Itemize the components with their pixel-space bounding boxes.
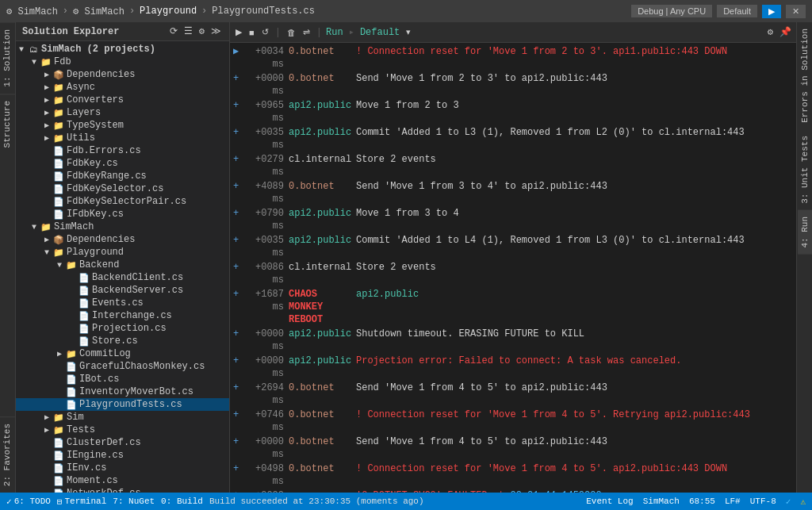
tree-item[interactable]: 📄PlaygroundTests.cs xyxy=(16,398,229,411)
toolbar-right-icons: ⚙ 📌 xyxy=(766,26,793,38)
status-build[interactable]: 0: Build xyxy=(161,497,203,506)
out-delta: +0000 ms xyxy=(243,328,289,353)
tree-label: Sim xyxy=(67,412,84,423)
tree-item[interactable]: ▼📁SimMach xyxy=(16,220,229,233)
config-dropdown-btn[interactable]: ▾ xyxy=(404,25,413,39)
tree-item[interactable]: ▶📁TypeSystem xyxy=(16,119,229,132)
tree-label: Playground xyxy=(67,247,124,258)
tab-run[interactable]: 4: Run xyxy=(798,210,812,255)
pin-icon[interactable]: 📌 xyxy=(778,26,793,38)
tree-item[interactable]: ▼📁Fdb xyxy=(16,56,229,68)
out-src: 0.botnet xyxy=(289,45,356,58)
out-src: 0.botnet xyxy=(289,435,356,448)
tree-label: GracefulChaosMonkey.cs xyxy=(79,361,205,372)
tree-label: SimMach xyxy=(54,221,94,232)
out-marker: + xyxy=(233,288,243,301)
settings-icon[interactable]: ⚙ xyxy=(197,25,206,37)
tree-item[interactable]: 📄BackendClient.cs xyxy=(16,271,229,284)
tab-unit-tests[interactable]: 3: Unit Tests xyxy=(798,129,812,210)
tree-item[interactable]: 📄GracefulChaosMonkey.cs xyxy=(16,360,229,373)
output-line: + +0965 ms api2.public Move 1 from 2 to … xyxy=(230,98,796,125)
tree-item[interactable]: 📄IFdbKey.cs xyxy=(16,208,229,220)
run-arrow-btn[interactable]: ▶ xyxy=(233,25,244,39)
out-marker: + xyxy=(233,126,243,139)
sync-icon[interactable]: ⟳ xyxy=(168,25,179,37)
tree-item[interactable]: ▼📁Playground xyxy=(16,246,229,259)
tree-item[interactable]: 📄NetworkDef.cs xyxy=(16,487,229,493)
close-button[interactable]: ✕ xyxy=(786,5,806,18)
output-line: ▶ +0034 ms 0.botnet ! Connection reset f… xyxy=(230,44,796,71)
tree-item[interactable]: 📄IBot.cs xyxy=(16,373,229,385)
tree-file-icon: 📄 xyxy=(65,387,78,397)
output-area[interactable]: ▶ +0034 ms 0.botnet ! Connection reset f… xyxy=(230,43,796,493)
status-terminal[interactable]: ⊟ Terminal xyxy=(57,497,106,507)
tree-item[interactable]: 📄Store.cs xyxy=(16,335,229,347)
tree-file-icon: 📄 xyxy=(65,400,78,410)
out-marker: + xyxy=(233,261,243,274)
stop-btn[interactable]: ■ xyxy=(247,26,257,39)
debug-config-button[interactable]: Debug | Any CPU xyxy=(631,5,712,17)
tree-item[interactable]: ▶📁Tests xyxy=(16,424,229,436)
tree-item[interactable]: 📄ClusterDef.cs xyxy=(16,436,229,449)
tree-item[interactable]: 📄Projection.cs xyxy=(16,322,229,335)
out-src: api2.public xyxy=(289,234,356,247)
tab-errors[interactable]: Errors in Solution xyxy=(798,22,812,129)
run-sep: ▸ xyxy=(349,26,354,38)
tree-item[interactable]: 📄Events.cs xyxy=(16,297,229,309)
tree-item[interactable]: ▶📁Utils xyxy=(16,132,229,144)
tree-item[interactable]: 📄FdbKeyRange.cs xyxy=(16,170,229,182)
tree-item[interactable]: ▼📁Backend xyxy=(16,259,229,271)
tree-item[interactable]: 📄InventoryMoverBot.cs xyxy=(16,385,229,398)
tree-arrow-icon: ▶ xyxy=(41,133,52,143)
out-src: cl.internal xyxy=(289,153,356,166)
tree-item[interactable]: 📄BackendServer.cs xyxy=(16,284,229,297)
tree-item[interactable]: ▶📁Sim xyxy=(16,411,229,424)
more-icon[interactable]: ≫ xyxy=(209,25,223,37)
tree-item[interactable]: ▶📁CommitLog xyxy=(16,347,229,360)
out-marker: + xyxy=(233,328,243,340)
tree-item[interactable]: ▼🗂SimMach (2 projects) xyxy=(16,43,229,56)
tree-file-icon: 📄 xyxy=(52,463,65,474)
tree-item[interactable]: 📄FdbKey.cs xyxy=(16,157,229,170)
out-src: 0.botnet xyxy=(289,462,356,475)
tree-item[interactable]: ▶📁Layers xyxy=(16,106,229,119)
sidebar-tab-solution[interactable]: 1: Solution xyxy=(0,22,15,94)
out-delta: +0790 ms xyxy=(243,207,289,232)
panel-header: Solution Explorer ⟳ ☰ ⚙ ≫ xyxy=(16,22,229,41)
tree-item[interactable]: 📄Moment.cs xyxy=(16,474,229,487)
restart-btn[interactable]: ↺ xyxy=(259,25,271,39)
out-marker: + xyxy=(233,99,243,112)
solution-panel: Solution Explorer ⟳ ☰ ⚙ ≫ ▼🗂SimMach (2 p… xyxy=(16,22,230,493)
run-button[interactable]: ▶ xyxy=(762,5,781,18)
tree-item[interactable]: ▶📁Async xyxy=(16,81,229,94)
tree-item[interactable]: 📄FdbKeySelectorPair.cs xyxy=(16,195,229,208)
status-todo[interactable]: ✓ 6: TODO xyxy=(6,497,51,507)
default-config-button[interactable]: Default xyxy=(717,5,757,17)
tree-label: Dependencies xyxy=(67,234,135,245)
tree-item[interactable]: 📄Fdb.Errors.cs xyxy=(16,144,229,157)
tree-item[interactable]: 📄Interchange.cs xyxy=(16,309,229,322)
output-line: + +0000 ms api2.public Projection error:… xyxy=(230,354,796,381)
settings2-icon[interactable]: ⚙ xyxy=(766,26,775,38)
tree-file-icon: 📁 xyxy=(40,57,52,67)
tree-file-icon: 📄 xyxy=(52,451,65,461)
clear-btn[interactable]: 🗑 xyxy=(285,26,298,39)
out-src: CHAOS MONKEY REBOOT xyxy=(289,288,356,326)
wrap-btn[interactable]: ⇌ xyxy=(301,25,312,39)
out-delta: +0000 ms xyxy=(243,72,289,98)
out-msg: ! Connection reset for 'Move 1 from 2 to… xyxy=(356,45,793,58)
tree-item[interactable]: ▶📁Converters xyxy=(16,94,229,106)
filter-icon[interactable]: ☰ xyxy=(182,25,194,37)
sidebar-tab-structure[interactable]: Structure xyxy=(0,94,15,154)
tree-item[interactable]: 📄FdbKeySelector.cs xyxy=(16,182,229,195)
status-event-log[interactable]: Event Log xyxy=(586,497,633,507)
tree-item[interactable]: ▶📦Dependencies xyxy=(16,68,229,81)
tree-item[interactable]: 📄IEngine.cs xyxy=(16,449,229,462)
tree-item[interactable]: ▶📦Dependencies xyxy=(16,233,229,246)
sidebar-tab-favorites[interactable]: 2: Favorites xyxy=(0,416,15,493)
status-nuget[interactable]: 7: NuGet xyxy=(113,497,155,506)
out-marker: + xyxy=(233,72,243,85)
out-delta: +0000 ms xyxy=(243,435,289,461)
tree-item[interactable]: 📄IEnv.cs xyxy=(16,462,229,474)
output-line: + +1687 ms CHAOS MONKEY REBOOT api2.publ… xyxy=(230,287,796,327)
